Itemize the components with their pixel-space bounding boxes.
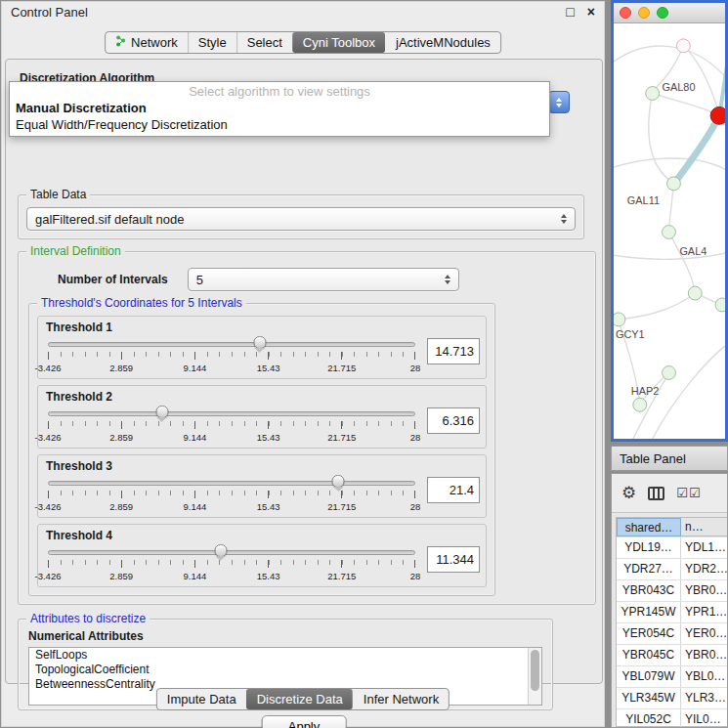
network-node[interactable] — [614, 313, 625, 326]
cell-name[interactable]: YLR3… — [681, 688, 727, 708]
attribute-list-item[interactable]: SelfLoops — [29, 648, 541, 663]
table-data-combobox[interactable]: galFiltered.sif default node — [26, 207, 576, 231]
slider-thumb[interactable] — [253, 336, 266, 349]
tab-network[interactable]: Network — [106, 32, 188, 53]
slider-thumb[interactable] — [155, 406, 168, 418]
network-node[interactable] — [688, 286, 702, 300]
control-panel-titlebar[interactable]: Control Panel □ × — [1, 1, 605, 22]
cell-shared-name[interactable]: YDR27… — [617, 559, 681, 579]
cell-shared-name[interactable]: YIL052C — [617, 709, 681, 728]
table-panel-titlebar[interactable]: Table Panel — [611, 446, 728, 471]
cell-name[interactable]: YBR0… — [681, 580, 727, 601]
close-icon[interactable]: × — [587, 5, 595, 19]
threshold-label: Threshold 3 — [46, 459, 480, 473]
network-node-pink[interactable] — [676, 39, 690, 53]
column-header-shared-name[interactable]: shared… — [617, 518, 681, 536]
table-row[interactable]: YIL052CYIL0… — [617, 709, 727, 728]
table-row[interactable]: YLR345WYLR3… — [617, 688, 727, 709]
scale-label: -3.426 — [35, 432, 62, 443]
cell-shared-name[interactable]: YBL079W — [617, 666, 681, 687]
slider-track[interactable] — [48, 550, 415, 555]
slider-track[interactable] — [48, 411, 415, 416]
threshold-slider[interactable]: -3.4262.8599.14415.4321.71528 — [48, 406, 415, 445]
network-node[interactable] — [667, 177, 681, 191]
scrollbar-thumb[interactable] — [531, 650, 539, 691]
number-of-intervals-combobox[interactable]: 5 — [188, 268, 459, 291]
cell-shared-name[interactable]: YPR145W — [617, 602, 681, 622]
close-traffic-light-icon[interactable] — [620, 7, 631, 19]
table-row[interactable]: YER054CYER0… — [617, 623, 727, 645]
cell-name[interactable]: YPR1… — [681, 602, 727, 622]
minimize-traffic-light-icon[interactable] — [638, 7, 650, 19]
scale-label: 9.144 — [184, 501, 207, 512]
cell-shared-name[interactable]: YER054C — [617, 623, 681, 644]
scale-label: 2.859 — [109, 363, 133, 373]
zoom-traffic-light-icon[interactable] — [657, 7, 668, 19]
apply-button[interactable]: Apply — [262, 715, 347, 728]
table-row[interactable]: YBR045CYBR0… — [617, 645, 727, 666]
columns-icon[interactable] — [648, 487, 664, 500]
tab-jactivemnodules[interactable]: jActiveMNodules — [385, 32, 500, 53]
bottom-tabstrip: Impute DataDiscretize DataInfer Network — [156, 688, 450, 710]
tab-select[interactable]: Select — [236, 32, 292, 53]
cell-shared-name[interactable]: YLR345W — [617, 688, 681, 708]
select-columns-icons[interactable]: ☑ ☑ — [676, 486, 700, 500]
network-node[interactable] — [646, 87, 660, 101]
scale-label: 21.715 — [327, 432, 356, 443]
network-node[interactable] — [715, 298, 725, 312]
table-row[interactable]: YDR27…YDR2… — [617, 559, 727, 580]
table-row[interactable]: YBL079WYBL0… — [617, 666, 727, 688]
slider-track[interactable] — [48, 342, 415, 347]
threshold-label: Threshold 2 — [46, 390, 480, 404]
attribute-list-item[interactable]: TopologicalCoefficient — [29, 663, 541, 677]
float-window-icon[interactable]: □ — [566, 5, 574, 19]
column-header-name[interactable]: n… — [681, 518, 727, 536]
cell-name[interactable]: YER0… — [681, 623, 727, 644]
threshold-panel-2: Threshold 2-3.4262.8599.14415.4321.71528… — [37, 385, 487, 449]
dropdown-option[interactable]: Manual Discretization — [10, 100, 549, 116]
threshold-slider[interactable]: -3.4262.8599.14415.4321.71528 — [48, 336, 415, 375]
slider-thumb[interactable] — [332, 475, 345, 488]
slider-thumb[interactable] — [214, 544, 227, 557]
tab-infer-network[interactable]: Infer Network — [353, 689, 449, 709]
checkbox-icon[interactable]: ☑ — [676, 486, 688, 500]
threshold-value-field[interactable]: 21.4 — [427, 477, 480, 503]
checkbox-icon[interactable]: ☑ — [689, 486, 701, 500]
gear-icon[interactable]: ⚙ — [621, 485, 636, 501]
cell-shared-name[interactable]: YDL19… — [617, 537, 681, 558]
tab-cyni-toolbox[interactable]: Cyni Toolbox — [292, 32, 385, 53]
slider-track[interactable] — [48, 481, 415, 486]
table-row[interactable]: YDL19…YDL1… — [617, 537, 727, 559]
network-node[interactable] — [663, 226, 676, 239]
tab-style[interactable]: Style — [188, 32, 236, 53]
network-canvas[interactable]: GAL80GAL11GAL4GCY1HAP2 — [614, 23, 725, 439]
table-row[interactable]: YBR043CYBR0… — [617, 580, 727, 602]
tab-discretize-data[interactable]: Discretize Data — [246, 689, 353, 709]
node-table[interactable]: shared… n… YDL19…YDL1…YDR27…YDR2…YBR043C… — [616, 517, 727, 727]
network-node[interactable] — [663, 366, 676, 380]
cell-name[interactable]: YBL0… — [681, 666, 727, 687]
scale-label: 2.859 — [109, 432, 133, 443]
threshold-slider[interactable]: -3.4262.8599.14415.4321.71528 — [48, 475, 415, 514]
dropdown-option[interactable]: Equal Width/Frequency Discretization — [10, 116, 549, 133]
cell-shared-name[interactable]: YBR043C — [617, 580, 681, 601]
threshold-slider[interactable]: -3.4262.8599.14415.4321.71528 — [48, 544, 415, 583]
scale-label: -3.426 — [35, 363, 62, 373]
network-node-red[interactable] — [710, 107, 725, 124]
cell-name[interactable]: YDL1… — [681, 537, 727, 558]
scale-label: 28 — [410, 432, 421, 443]
cell-name[interactable]: YIL0… — [681, 709, 727, 728]
cell-name[interactable]: YBR0… — [681, 645, 727, 665]
table-row[interactable]: YPR145WYPR1… — [617, 602, 727, 623]
network-view-window[interactable]: GAL80GAL11GAL4GCY1HAP2 — [611, 0, 728, 442]
threshold-value-field[interactable]: 11.344 — [427, 546, 480, 573]
list-scrollbar[interactable] — [528, 648, 541, 705]
cell-name[interactable]: YDR2… — [681, 559, 727, 579]
threshold-value-field[interactable]: 14.713 — [427, 338, 480, 364]
algorithm-combobox-stepper[interactable] — [548, 91, 570, 113]
tab-impute-data[interactable]: Impute Data — [157, 689, 246, 709]
threshold-value-field[interactable]: 6.316 — [427, 407, 480, 434]
network-window-titlebar[interactable] — [614, 3, 725, 23]
network-node[interactable] — [633, 398, 647, 411]
cell-shared-name[interactable]: YBR045C — [617, 645, 681, 665]
